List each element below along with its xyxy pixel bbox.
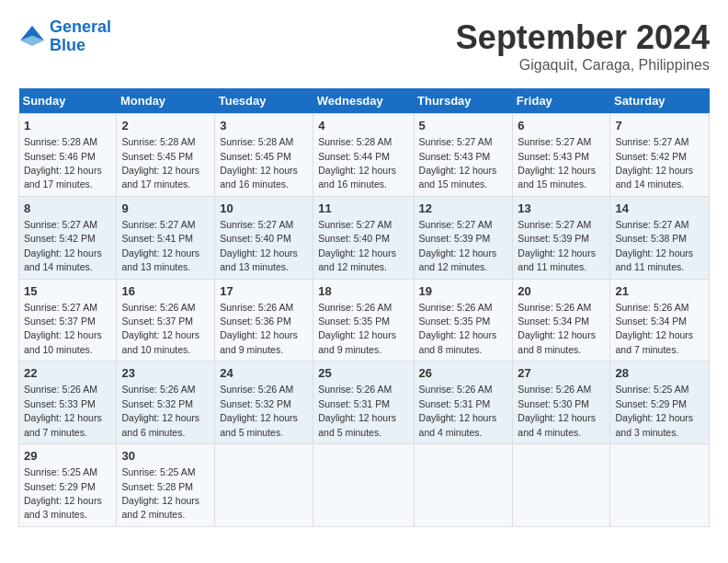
table-row: 14 Sunrise: 5:27 AM Sunset: 5:38 PM Dayl… (610, 196, 710, 279)
sunset-info: Sunset: 5:28 PM (121, 481, 193, 492)
sunset-info: Sunset: 5:39 PM (419, 233, 491, 244)
table-row: 20 Sunrise: 5:26 AM Sunset: 5:34 PM Dayl… (513, 279, 610, 362)
daylight-info: Daylight: 12 hours and 4 minutes. (518, 412, 596, 437)
day-number: 23 (121, 365, 210, 382)
sunset-info: Sunset: 5:45 PM (220, 151, 291, 162)
daylight-info: Daylight: 12 hours and 10 minutes. (24, 329, 102, 354)
table-row: 27 Sunrise: 5:26 AM Sunset: 5:30 PM Dayl… (513, 362, 610, 444)
day-number: 28 (615, 365, 704, 382)
day-number: 24 (220, 365, 308, 382)
sunrise-info: Sunrise: 5:28 AM (121, 136, 195, 147)
table-row: 16 Sunrise: 5:26 AM Sunset: 5:37 PM Dayl… (117, 279, 215, 362)
daylight-info: Daylight: 12 hours and 8 minutes. (419, 329, 497, 354)
page-subtitle: Gigaquit, Caraga, Philippines (456, 57, 710, 74)
sunrise-info: Sunrise: 5:26 AM (419, 302, 493, 313)
sunrise-info: Sunrise: 5:25 AM (24, 466, 97, 477)
daylight-info: Daylight: 12 hours and 15 minutes. (518, 165, 596, 190)
sunset-info: Sunset: 5:41 PM (121, 233, 193, 244)
sunset-info: Sunset: 5:31 PM (419, 398, 491, 409)
sunset-info: Sunset: 5:43 PM (518, 151, 589, 162)
daylight-info: Daylight: 12 hours and 8 minutes. (518, 329, 596, 354)
sunrise-info: Sunrise: 5:26 AM (518, 302, 591, 313)
sunrise-info: Sunrise: 5:27 AM (24, 219, 97, 230)
table-row: 12 Sunrise: 5:27 AM Sunset: 5:39 PM Dayl… (414, 196, 513, 279)
day-number: 8 (24, 201, 111, 217)
sunset-info: Sunset: 5:40 PM (220, 233, 291, 244)
sunrise-info: Sunrise: 5:27 AM (419, 136, 493, 147)
table-row: 29 Sunrise: 5:25 AM Sunset: 5:29 PM Dayl… (19, 444, 117, 527)
table-row: 28 Sunrise: 5:25 AM Sunset: 5:29 PM Dayl… (610, 362, 710, 444)
daylight-info: Daylight: 12 hours and 16 minutes. (318, 165, 396, 190)
table-row: 21 Sunrise: 5:26 AM Sunset: 5:34 PM Dayl… (610, 279, 710, 362)
sunrise-info: Sunrise: 5:26 AM (121, 302, 195, 313)
day-number: 2 (121, 118, 210, 134)
col-tuesday: Tuesday (215, 88, 313, 114)
calendar-week-row: 1 Sunrise: 5:28 AM Sunset: 5:46 PM Dayli… (19, 114, 710, 197)
table-row: 22 Sunrise: 5:26 AM Sunset: 5:33 PM Dayl… (19, 362, 117, 444)
daylight-info: Daylight: 12 hours and 12 minutes. (419, 247, 497, 272)
sunrise-info: Sunrise: 5:26 AM (220, 384, 293, 395)
table-row: 26 Sunrise: 5:26 AM Sunset: 5:31 PM Dayl… (414, 362, 513, 444)
table-row (414, 444, 513, 527)
day-number: 29 (24, 448, 111, 465)
sunset-info: Sunset: 5:29 PM (24, 481, 96, 492)
daylight-info: Daylight: 12 hours and 16 minutes. (220, 165, 298, 190)
page-title: September 2024 (456, 18, 710, 57)
day-number: 10 (220, 201, 308, 217)
day-number: 4 (318, 118, 408, 134)
sunset-info: Sunset: 5:35 PM (318, 316, 390, 327)
sunrise-info: Sunrise: 5:27 AM (518, 136, 591, 147)
sunrise-info: Sunrise: 5:26 AM (121, 384, 195, 395)
sunrise-info: Sunrise: 5:25 AM (121, 466, 195, 477)
day-number: 9 (121, 201, 210, 217)
table-row: 13 Sunrise: 5:27 AM Sunset: 5:39 PM Dayl… (513, 196, 610, 279)
day-number: 30 (121, 448, 210, 465)
day-number: 3 (220, 118, 308, 134)
daylight-info: Daylight: 12 hours and 4 minutes. (419, 412, 497, 437)
daylight-info: Daylight: 12 hours and 13 minutes. (220, 247, 298, 272)
day-number: 11 (318, 201, 408, 217)
day-number: 26 (419, 365, 508, 382)
table-row: 2 Sunrise: 5:28 AM Sunset: 5:45 PM Dayli… (117, 114, 215, 197)
table-row: 5 Sunrise: 5:27 AM Sunset: 5:43 PM Dayli… (414, 114, 513, 197)
day-number: 16 (121, 283, 210, 300)
daylight-info: Daylight: 12 hours and 10 minutes. (121, 329, 199, 354)
logo: General Blue (18, 18, 111, 55)
sunrise-info: Sunrise: 5:27 AM (518, 219, 591, 230)
sunset-info: Sunset: 5:35 PM (419, 316, 491, 327)
table-row: 11 Sunrise: 5:27 AM Sunset: 5:40 PM Dayl… (313, 196, 414, 279)
sunset-info: Sunset: 5:29 PM (615, 398, 687, 409)
sunset-info: Sunset: 5:40 PM (318, 233, 390, 244)
sunset-info: Sunset: 5:39 PM (518, 233, 589, 244)
calendar-body: 1 Sunrise: 5:28 AM Sunset: 5:46 PM Dayli… (19, 114, 710, 527)
table-row: 1 Sunrise: 5:28 AM Sunset: 5:46 PM Dayli… (19, 114, 117, 197)
day-number: 5 (419, 118, 508, 134)
daylight-info: Daylight: 12 hours and 17 minutes. (24, 165, 102, 190)
daylight-info: Daylight: 12 hours and 12 minutes. (318, 247, 396, 272)
daylight-info: Daylight: 12 hours and 14 minutes. (615, 165, 693, 190)
sunset-info: Sunset: 5:36 PM (220, 316, 291, 327)
sunrise-info: Sunrise: 5:27 AM (318, 219, 392, 230)
title-section: September 2024 Gigaquit, Caraga, Philipp… (456, 18, 710, 74)
calendar-week-row: 8 Sunrise: 5:27 AM Sunset: 5:42 PM Dayli… (19, 196, 710, 279)
table-row: 9 Sunrise: 5:27 AM Sunset: 5:41 PM Dayli… (117, 196, 215, 279)
table-row: 18 Sunrise: 5:26 AM Sunset: 5:35 PM Dayl… (313, 279, 414, 362)
sunrise-info: Sunrise: 5:26 AM (419, 384, 493, 395)
daylight-info: Daylight: 12 hours and 7 minutes. (24, 412, 102, 437)
sunset-info: Sunset: 5:46 PM (24, 151, 96, 162)
table-row (215, 444, 313, 527)
sunset-info: Sunset: 5:42 PM (615, 151, 687, 162)
daylight-info: Daylight: 12 hours and 2 minutes. (121, 495, 199, 520)
col-wednesday: Wednesday (313, 88, 414, 114)
sunrise-info: Sunrise: 5:26 AM (518, 384, 591, 395)
col-saturday: Saturday (610, 88, 710, 114)
sunset-info: Sunset: 5:30 PM (518, 398, 589, 409)
calendar-table: Sunday Monday Tuesday Wednesday Thursday… (18, 88, 710, 527)
day-number: 6 (518, 118, 605, 134)
page-header: General Blue September 2024 Gigaquit, Ca… (18, 18, 710, 74)
table-row: 25 Sunrise: 5:26 AM Sunset: 5:31 PM Dayl… (313, 362, 414, 444)
day-number: 18 (318, 283, 408, 300)
table-row: 6 Sunrise: 5:27 AM Sunset: 5:43 PM Dayli… (513, 114, 610, 197)
sunrise-info: Sunrise: 5:26 AM (24, 384, 97, 395)
daylight-info: Daylight: 12 hours and 7 minutes. (615, 329, 693, 354)
